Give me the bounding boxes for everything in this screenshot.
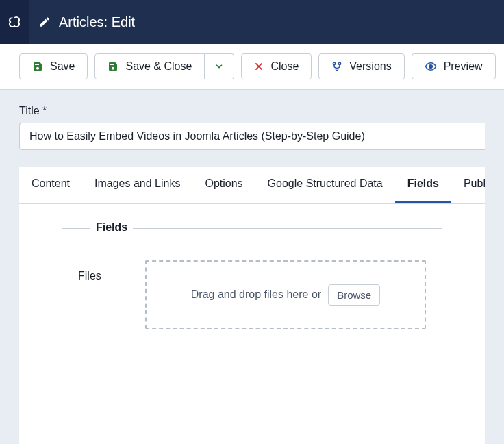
tab-publishing[interactable]: Publishing (451, 166, 485, 203)
versions-label: Versions (349, 60, 391, 73)
svg-point-5 (429, 65, 432, 69)
tab-gsd[interactable]: Google Structured Data (255, 166, 395, 203)
tab-fields[interactable]: Fields (395, 166, 451, 203)
eye-icon (425, 60, 437, 73)
fields-fieldset: Fields Files Drag and drop files here or… (62, 228, 442, 349)
close-button[interactable]: Close (241, 53, 312, 79)
tab-content[interactable]: Content (19, 166, 82, 203)
svg-point-2 (333, 62, 336, 64)
tabs: Content Images and Links Options Google … (19, 166, 485, 204)
tab-images-links[interactable]: Images and Links (82, 166, 192, 203)
title-input[interactable] (19, 123, 485, 150)
fields-panel: Fields Files Drag and drop files here or… (19, 204, 485, 444)
files-dropzone[interactable]: Drag and drop files here or Browse (145, 260, 426, 329)
branch-icon (331, 61, 342, 72)
fields-legend: Fields (90, 221, 133, 234)
save-icon (108, 61, 118, 72)
save-close-label: Save & Close (125, 60, 192, 73)
close-icon (254, 62, 264, 71)
save-close-button[interactable]: Save & Close (94, 53, 205, 79)
header-bar: Articles: Edit (0, 0, 504, 44)
save-button[interactable]: Save (19, 53, 88, 79)
svg-point-4 (336, 68, 338, 70)
close-label: Close (270, 60, 299, 73)
svg-point-3 (339, 62, 341, 64)
save-label: Save (50, 60, 75, 73)
toolbar: Save Save & Close Close Versions Prev (0, 44, 504, 90)
browse-button[interactable]: Browse (328, 284, 380, 306)
save-icon (32, 61, 43, 72)
save-dropdown-button[interactable] (205, 53, 234, 79)
preview-button[interactable]: Preview (412, 53, 496, 79)
chevron-down-icon (214, 62, 224, 71)
page-title: Articles: Edit (59, 14, 135, 30)
versions-button[interactable]: Versions (318, 53, 404, 79)
save-close-group: Save & Close (94, 53, 234, 79)
tab-options[interactable]: Options (192, 166, 255, 203)
dropzone-text: Drag and drop files here or (191, 288, 321, 301)
preview-label: Preview (444, 60, 483, 73)
pencil-icon (38, 16, 51, 28)
joomla-logo[interactable] (0, 0, 29, 44)
files-label: Files (78, 260, 119, 329)
title-label: Title * (19, 105, 485, 117)
